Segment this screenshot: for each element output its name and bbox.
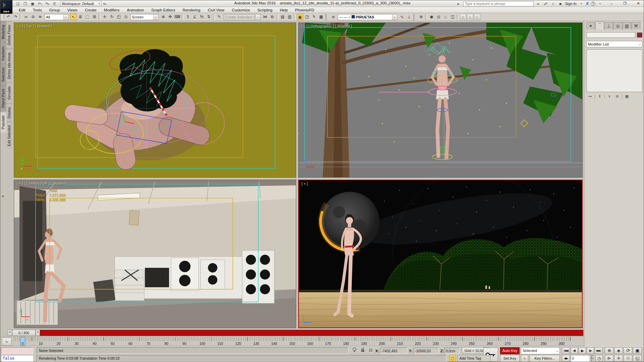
- menu-item[interactable]: Customize: [228, 7, 254, 13]
- ribbon-tab-edit-selected[interactable]: Edit Selected: [6, 122, 12, 149]
- viewport-top[interactable]: y x z [ + ] [ Top ] [ Shaded ]: [14, 22, 296, 178]
- bind-to-space-warp-icon[interactable]: ≋: [37, 14, 43, 20]
- orbit-subobject-icon[interactable]: ☉: [624, 355, 632, 362]
- environment-icon[interactable]: ⊕: [418, 14, 424, 20]
- go-to-end-button[interactable]: ▶▶|: [595, 347, 603, 354]
- new-file-icon[interactable]: ❏: [14, 1, 21, 6]
- communication-center-icon[interactable]: ☍: [543, 2, 548, 6]
- viewport-label-orthographic[interactable]: [ + ] [ Orthographic ] [ Shaded ]: [301, 24, 352, 28]
- next-frame-playback-button[interactable]: |▶: [587, 347, 594, 354]
- show-end-result-icon[interactable]: ‖: [597, 94, 603, 99]
- configure-modifier-sets-icon[interactable]: ▦: [624, 94, 630, 99]
- key-mode-toggle-button[interactable]: ◀▶: [562, 355, 570, 362]
- z-coordinate-field[interactable]: [444, 348, 460, 354]
- isolate-selection-icon[interactable]: ▢: [449, 355, 456, 362]
- material-explorer-icon[interactable]: ◎: [435, 14, 442, 20]
- select-and-place-icon[interactable]: ⊙: [123, 14, 129, 20]
- annotate-icon[interactable]: ✎: [311, 14, 317, 20]
- reference-coordinate-dropdown[interactable]: Screen: [130, 14, 159, 20]
- ribbon-tab-populate[interactable]: Populate: [0, 112, 6, 132]
- ribbon-tab-simulate[interactable]: Simulate: [6, 82, 12, 103]
- field-of-view-icon[interactable]: ⊳: [605, 355, 613, 362]
- selection-lock-icon[interactable]: [359, 347, 366, 354]
- layer-dropdown[interactable]: — — ○PIRUETAS: [338, 14, 397, 20]
- spinner-snap-icon[interactable]: ⇅: [206, 14, 212, 20]
- percent-snap-icon[interactable]: %: [199, 14, 205, 20]
- play-button[interactable]: ▶: [579, 347, 586, 354]
- frame-spinner[interactable]: ▲▼: [590, 355, 594, 361]
- tab-display-icon[interactable]: ▥: [623, 22, 631, 29]
- tab-modify-icon[interactable]: ⌒: [595, 21, 604, 29]
- viewport-active-render[interactable]: [ + ]: [298, 180, 583, 328]
- help-icon[interactable]: ?: [591, 1, 595, 6]
- next-frame-button[interactable]: >: [36, 330, 40, 336]
- key-mode-dropdown[interactable]: Selected: [521, 347, 560, 354]
- maxscript-macro-recorder[interactable]: [1, 347, 33, 354]
- menu-item[interactable]: Civil View: [204, 7, 228, 13]
- new-scene-explorer-icon[interactable]: ◳: [304, 14, 310, 20]
- viewport-label-top[interactable]: [ + ] [ Top ] [ Shaded ]: [17, 24, 52, 28]
- menu-item[interactable]: Create: [81, 7, 100, 13]
- toolbar-separator[interactable]: [294, 14, 296, 20]
- ribbon-tab-define-flows[interactable]: Define Flows: [6, 21, 12, 49]
- zoom-extents-icon[interactable]: ◈: [614, 347, 623, 354]
- material-editor-icon[interactable]: ◉: [428, 14, 435, 20]
- menu-item[interactable]: Views: [64, 7, 81, 13]
- graphite-ribbon-toggle-icon[interactable]: ⧈: [330, 14, 336, 20]
- toolbar-separator[interactable]: [20, 14, 22, 20]
- min-max-toggle-icon[interactable]: ◱: [633, 355, 642, 362]
- edit-named-selection-sets-icon[interactable]: ✎: [216, 14, 222, 20]
- save-file-icon[interactable]: ▣: [29, 1, 36, 6]
- menu-item[interactable]: PhoenixFD: [291, 7, 318, 13]
- help-caret-icon[interactable]: ▾: [597, 2, 603, 5]
- use-pivot-center-icon[interactable]: ⊕: [160, 14, 166, 20]
- toolbar-separator[interactable]: [457, 14, 459, 20]
- menu-item[interactable]: Tools: [29, 7, 46, 13]
- select-object-icon[interactable]: ↖: [70, 14, 76, 20]
- menu-item[interactable]: Modifiers: [100, 7, 123, 13]
- absolute-offset-mode-icon[interactable]: ⊡: [367, 347, 374, 354]
- schematic-view-icon[interactable]: ⊥: [406, 14, 412, 20]
- toolbar-separator[interactable]: [99, 14, 101, 20]
- named-selection-set-dropdown[interactable]: Create Selection Se: [224, 14, 261, 20]
- stack-divider[interactable]: [595, 94, 595, 99]
- toolbar-separator[interactable]: [181, 14, 183, 20]
- exchange-apps-icon[interactable]: X: [586, 1, 589, 6]
- menu-item[interactable]: Graph Editors: [148, 7, 179, 13]
- maxscript-listener[interactable]: false: [1, 355, 33, 362]
- select-and-manipulate-icon[interactable]: ✜: [167, 14, 173, 20]
- app-logo-icon[interactable]: [0, 0, 12, 10]
- default-in-out-tangent-icon[interactable]: ∿: [521, 355, 528, 362]
- align-icon[interactable]: ⧉: [269, 14, 275, 20]
- select-and-move-icon[interactable]: ✛: [102, 14, 108, 20]
- toggle-layer-explorer-icon[interactable]: ▦: [318, 14, 324, 20]
- window-crossing-icon[interactable]: ⊞: [91, 14, 98, 20]
- maximize-viewport-toggle-icon[interactable]: ▣: [633, 347, 642, 354]
- undo-icon[interactable]: ↶: [5, 14, 12, 20]
- select-and-link-icon[interactable]: ∞: [23, 14, 29, 20]
- ribbon-expand-icon[interactable]: ▸: [2, 194, 4, 198]
- modifier-stack-list[interactable]: [586, 49, 642, 92]
- remove-modifier-icon[interactable]: ⊘: [614, 94, 620, 99]
- stack-divider[interactable]: [622, 94, 622, 99]
- viewport-label-active[interactable]: [ + ]: [302, 182, 308, 186]
- previous-frame-button[interactable]: <: [8, 330, 12, 336]
- menu-item[interactable]: Help: [276, 7, 291, 13]
- orbit-icon[interactable]: ⟳: [624, 347, 632, 354]
- activeshade-icon[interactable]: ♨: [474, 14, 480, 20]
- mirror-icon[interactable]: ⋈: [262, 14, 268, 20]
- snap-toggle-3d-icon[interactable]: 3: [184, 14, 191, 20]
- previous-frame-playback-button[interactable]: ◀|: [571, 347, 578, 354]
- rectangular-selection-region-icon[interactable]: ⬚: [84, 14, 91, 20]
- viewport-camera[interactable]: y x [ + ] [ Camera TOP ] [ Shaded ] Tota…: [14, 180, 296, 328]
- viewport-label-camera[interactable]: [ + ] [ Camera TOP ] [ Shaded ]: [17, 181, 67, 185]
- app-menu-button[interactable]: MAX: [0, 10, 12, 14]
- close-button[interactable]: ✕: [634, 1, 643, 6]
- ribbon-tab-define-idle-areas[interactable]: Define Idle Areas: [6, 49, 12, 82]
- menu-item[interactable]: Rendering: [179, 7, 204, 13]
- toolbar-separator[interactable]: [414, 14, 417, 20]
- user-icon[interactable]: ☻: [558, 2, 563, 6]
- toolbar-separator[interactable]: [425, 14, 427, 20]
- project-folder-icon[interactable]: ⎘: [51, 1, 58, 6]
- render-production-icon[interactable]: ♨: [460, 14, 466, 20]
